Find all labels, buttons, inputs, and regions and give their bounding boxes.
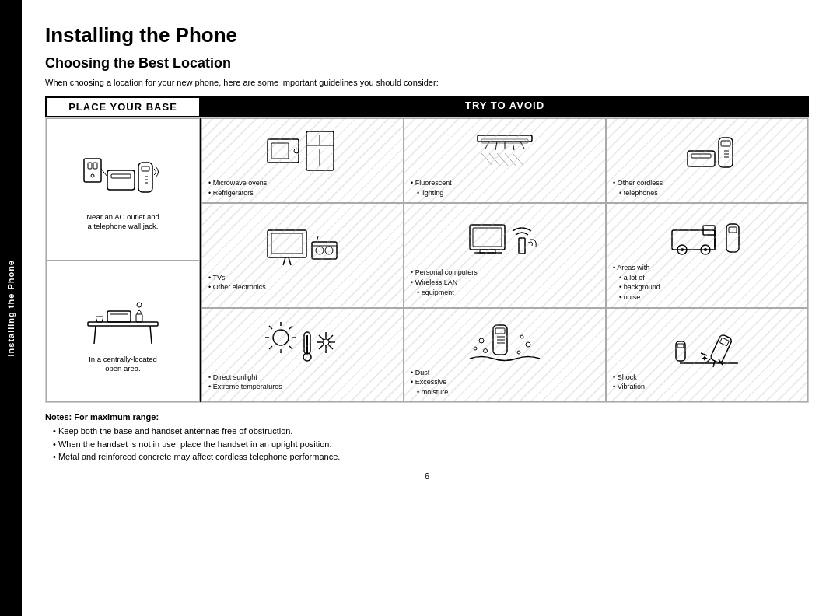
svg-rect-8 bbox=[142, 166, 149, 171]
svg-point-68 bbox=[273, 330, 289, 345]
microwave-bullets: Microwave ovens Refrigerators bbox=[207, 178, 267, 198]
tv-illustration bbox=[264, 219, 341, 273]
svg-point-92 bbox=[484, 348, 488, 352]
notes-list: Keep both the base and handset antennas … bbox=[45, 425, 809, 464]
shock-bullets: Shock Vibration bbox=[611, 373, 645, 392]
svg-rect-55 bbox=[473, 228, 502, 247]
svg-point-51 bbox=[325, 247, 333, 254]
cordless-bullets: Other cordless telephones bbox=[611, 178, 663, 198]
svg-rect-54 bbox=[470, 225, 505, 250]
dust-bullets: Dust Excessive moisture bbox=[409, 368, 448, 397]
avoid-cell-sunlight: Direct sunlight Extreme temperatures bbox=[201, 308, 404, 403]
svg-point-91 bbox=[474, 347, 477, 350]
svg-line-99 bbox=[713, 361, 715, 367]
svg-rect-7 bbox=[138, 163, 152, 192]
notes-title: Notes: For maximum range: bbox=[45, 412, 809, 422]
svg-rect-26 bbox=[478, 135, 532, 142]
avoid-cell-noise: Areas with a lot of background noise bbox=[606, 203, 808, 307]
shock-illustration: ✦ bbox=[668, 318, 746, 373]
computer-illustration bbox=[466, 213, 544, 268]
noise-illustration bbox=[668, 208, 746, 263]
svg-point-3 bbox=[91, 174, 94, 177]
svg-point-21 bbox=[294, 149, 299, 153]
header-avoid: TRY TO AVOID bbox=[201, 96, 809, 117]
avoid-cell-computer: Personal computers Wireless LAN equipmen… bbox=[404, 203, 606, 307]
notes-item: Keep both the base and handset antennas … bbox=[45, 425, 809, 438]
side-tab-label: Installing the Phone bbox=[6, 260, 16, 357]
avoid-cell-shock: ✦ Shock Vibration bbox=[606, 308, 808, 403]
sunlight-bullets: Direct sunlight Extreme temperatures bbox=[207, 373, 282, 392]
svg-text:✦: ✦ bbox=[701, 353, 709, 364]
fluorescent-bullets: Fluorescent lighting bbox=[409, 178, 452, 198]
svg-point-63 bbox=[681, 248, 684, 251]
svg-point-18 bbox=[137, 303, 142, 307]
side-tab: Installing the Phone bbox=[0, 0, 22, 616]
place-caption-1: Near an AC outlet anda telephone wall ja… bbox=[86, 212, 159, 232]
svg-rect-4 bbox=[107, 170, 135, 190]
svg-rect-38 bbox=[688, 151, 715, 166]
svg-line-14 bbox=[150, 326, 152, 344]
table-header: PLACE YOUR BASE TRY TO AVOID bbox=[45, 96, 809, 117]
svg-line-47 bbox=[283, 257, 285, 265]
svg-rect-105 bbox=[677, 344, 684, 348]
svg-line-75 bbox=[269, 346, 272, 349]
svg-point-64 bbox=[704, 248, 707, 251]
page-number: 6 bbox=[45, 471, 809, 481]
notes-section: Notes: For maximum range: Keep both the … bbox=[45, 412, 809, 464]
avoid-columns: Microwave ovens Refrigerators bbox=[201, 118, 808, 402]
svg-rect-46 bbox=[271, 233, 303, 254]
svg-rect-66 bbox=[726, 224, 739, 252]
microwave-illustration bbox=[264, 124, 341, 178]
avoid-cell-cordless: Other cordless telephones bbox=[606, 118, 808, 203]
avoid-row-2: TVs Other electronics bbox=[201, 203, 808, 307]
svg-rect-5 bbox=[111, 174, 131, 178]
svg-point-90 bbox=[479, 338, 484, 343]
place-cell-1: Near an AC outlet anda telephone wall ja… bbox=[46, 118, 200, 261]
fluorescent-illustration bbox=[466, 124, 544, 178]
place-cell-2: In a centrally-locatedopen area. bbox=[46, 261, 200, 403]
svg-line-13 bbox=[94, 326, 96, 344]
place-column: Near an AC outlet anda telephone wall ja… bbox=[46, 118, 201, 402]
svg-rect-86 bbox=[495, 328, 505, 334]
svg-line-73 bbox=[269, 326, 272, 329]
svg-rect-2 bbox=[93, 163, 97, 169]
avoid-cell-fluorescent: Fluorescent lighting bbox=[404, 118, 606, 203]
svg-line-76 bbox=[289, 326, 292, 329]
avoid-cell-tv: TVs Other electronics bbox=[201, 203, 404, 307]
svg-rect-1 bbox=[88, 163, 92, 169]
place-illustration-1 bbox=[80, 147, 166, 209]
page-title: Installing the Phone bbox=[45, 23, 809, 47]
place-illustration-2 bbox=[80, 289, 166, 352]
avoid-cell-microwave: Microwave ovens Refrigerators bbox=[201, 118, 404, 203]
svg-line-29 bbox=[485, 142, 489, 149]
page-subtitle: Choosing the Best Location bbox=[45, 55, 809, 72]
svg-point-84 bbox=[323, 339, 329, 345]
dust-illustration bbox=[466, 313, 544, 368]
svg-rect-15 bbox=[107, 311, 131, 322]
main-content: Installing the Phone Choosing the Best L… bbox=[22, 0, 840, 616]
svg-rect-39 bbox=[691, 154, 711, 158]
svg-point-94 bbox=[526, 342, 530, 347]
avoid-row-3: Direct sunlight Extreme temperatures bbox=[201, 308, 808, 403]
noise-bullets: Areas with a lot of background noise bbox=[611, 263, 660, 302]
svg-line-48 bbox=[289, 257, 291, 265]
location-grid: Near an AC outlet anda telephone wall ja… bbox=[45, 117, 809, 403]
svg-rect-41 bbox=[721, 141, 730, 146]
svg-line-30 bbox=[520, 142, 524, 149]
place-caption-2: In a centrally-locatedopen area. bbox=[89, 355, 157, 374]
header-place: PLACE YOUR BASE bbox=[45, 96, 201, 117]
svg-rect-0 bbox=[84, 159, 101, 182]
notes-item: Metal and reinforced concrete may affect… bbox=[45, 450, 809, 464]
avoid-row-1: Microwave ovens Refrigerators bbox=[201, 118, 808, 203]
notes-item: When the handset is not in use, place th… bbox=[45, 438, 809, 451]
sunlight-illustration bbox=[264, 318, 341, 373]
tv-bullets: TVs Other electronics bbox=[207, 273, 266, 292]
svg-line-74 bbox=[289, 346, 292, 349]
computer-bullets: Personal computers Wireless LAN equipmen… bbox=[409, 268, 478, 297]
svg-point-93 bbox=[520, 335, 523, 338]
svg-point-95 bbox=[517, 351, 520, 354]
svg-rect-96 bbox=[710, 334, 733, 363]
intro-text: When choosing a location for your new ph… bbox=[45, 78, 809, 87]
svg-rect-20 bbox=[271, 143, 289, 159]
svg-point-50 bbox=[316, 247, 324, 254]
